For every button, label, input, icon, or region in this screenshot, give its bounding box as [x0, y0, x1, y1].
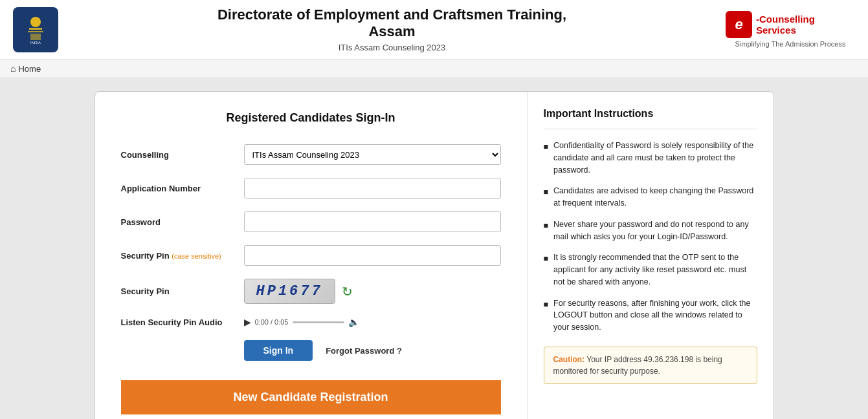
header-title: Directorate of Employment and Craftsmen … [58, 6, 726, 40]
audio-progress-bar[interactable] [293, 321, 344, 323]
caution-box: Caution: Your IP address 49.36.236.198 i… [544, 347, 757, 384]
home-label: Home [18, 64, 41, 74]
ecounselling-logo-block: e -Counselling Services Simplifying The … [726, 11, 855, 48]
header-subtitle: ITIs Assam Counseling 2023 [58, 43, 726, 52]
home-icon: ⌂ [10, 63, 16, 74]
application-number-input[interactable] [244, 178, 501, 199]
signin-title: Registered Candidates Sign-In [121, 111, 501, 125]
instructions-divider [544, 129, 757, 129]
ecounselling-logo: e -Counselling Services [726, 11, 855, 38]
captcha-group: Security Pin HP1677 ↻ [121, 279, 501, 304]
application-number-label: Application Number [121, 184, 244, 193]
ecounselling-label: -Counselling Services [756, 14, 855, 36]
bullet-icon: ■ [544, 186, 549, 210]
signin-panel: Registered Candidates Sign-In Counsellin… [95, 92, 528, 419]
bullet-icon: ■ [544, 220, 549, 243]
application-number-group: Application Number [121, 178, 501, 199]
main-card: Registered Candidates Sign-In Counsellin… [95, 91, 774, 419]
play-button[interactable]: ▶ [244, 317, 251, 327]
list-item: ■ Never share your password and do not r… [544, 219, 757, 243]
list-item: ■ For security reasons, after finishing … [544, 297, 757, 334]
svg-rect-2 [29, 28, 42, 30]
instructions-list: ■ Confidentiality of Password is solely … [544, 140, 757, 334]
captcha-label: Security Pin [121, 286, 244, 296]
counselling-label: Counselling [121, 150, 244, 160]
instructions-panel: Important Instructions ■ Confidentiality… [528, 92, 773, 419]
password-label: Password [121, 217, 244, 227]
header-center: Directorate of Employment and Craftsmen … [58, 6, 726, 52]
volume-icon[interactable]: 🔈 [348, 317, 359, 327]
audio-player: ▶ 0:00 / 0:05 🔈 [244, 317, 359, 327]
main-content: Registered Candidates Sign-In Counsellin… [0, 78, 868, 419]
counselling-select[interactable]: ITIs Assam Counseling 2023 [244, 144, 501, 165]
govt-logo: INDIA [13, 7, 58, 52]
instructions-title: Important Instructions [544, 108, 757, 120]
list-item: ■ Candidates are advised to keep changin… [544, 185, 757, 210]
captcha-image: HP1677 [244, 279, 335, 304]
signin-button[interactable]: Sign In [244, 340, 313, 361]
bullet-icon: ■ [544, 299, 549, 334]
svg-rect-3 [28, 31, 43, 32]
svg-text:INDIA: INDIA [30, 41, 41, 45]
svg-rect-4 [30, 34, 41, 40]
home-nav[interactable]: ⌂ Home [10, 63, 41, 74]
buttons-row: Sign In Forgot Password ? [121, 340, 501, 361]
nav-bar: ⌂ Home [0, 59, 868, 78]
new-candidate-button[interactable]: New Candidate Registration [121, 380, 501, 414]
list-item: ■ It is strongly recommended that the OT… [544, 252, 757, 288]
refresh-captcha-icon[interactable]: ↻ [342, 284, 353, 299]
list-item: ■ Confidentiality of Password is solely … [544, 140, 757, 176]
security-pin-input-label: Security Pin (case sensitive) [121, 251, 244, 261]
counselling-group: Counselling ITIs Assam Counseling 2023 [121, 144, 501, 165]
security-pin-input-group: Security Pin (case sensitive) [121, 245, 501, 266]
audio-label: Listen Security Pin Audio [121, 317, 244, 327]
ecounselling-icon: e [726, 11, 752, 38]
audio-time: 0:00 / 0:05 [255, 318, 289, 326]
security-pin-input[interactable] [244, 245, 501, 266]
forgot-password-link[interactable]: Forgot Password ? [326, 346, 402, 356]
password-input[interactable] [244, 211, 501, 232]
audio-group: Listen Security Pin Audio ▶ 0:00 / 0:05 … [121, 317, 501, 327]
ecounselling-subtext: Simplifying The Admission Process [735, 40, 846, 48]
case-sensitive-note: (case sensitive) [172, 252, 221, 260]
password-group: Password [121, 211, 501, 232]
bullet-icon: ■ [544, 253, 549, 288]
caution-label: Caution: [553, 355, 585, 364]
bullet-icon: ■ [544, 141, 549, 176]
captcha-container: HP1677 ↻ [244, 279, 353, 304]
svg-point-1 [30, 17, 41, 27]
header: INDIA Directorate of Employment and Craf… [0, 0, 868, 59]
